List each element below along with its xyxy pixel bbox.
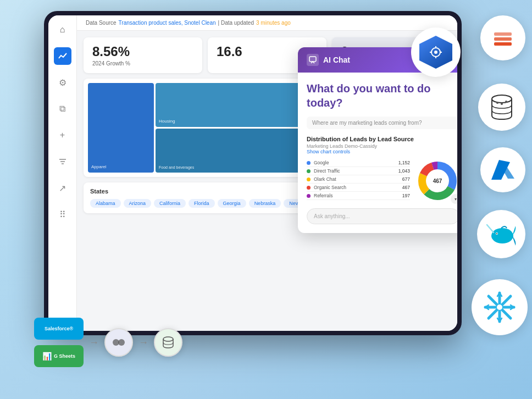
state-tag-georgia[interactable]: Georgia: [218, 199, 246, 208]
svg-rect-16: [494, 42, 512, 46]
sidebar: ⌂ ⚙ ⧉ + ↗ ⠿: [48, 15, 77, 331]
ai-chat-header-icon: [307, 54, 319, 66]
chart-link[interactable]: Show chart controls: [307, 149, 457, 154]
state-tag-california[interactable]: California: [154, 199, 186, 208]
ask-input[interactable]: Ask anything...: [307, 208, 457, 224]
state-tag-alabama[interactable]: Alabama: [90, 199, 121, 208]
database-node: [154, 328, 182, 357]
ai-chat-question: What do you want to do today?: [307, 81, 457, 110]
value-direct: 1,043: [398, 168, 410, 174]
azure-float-icon: [480, 147, 525, 192]
svg-point-33: [163, 337, 173, 341]
svg-point-19: [492, 95, 512, 103]
narwhal-float-icon: [477, 210, 525, 258]
svg-rect-17: [494, 37, 512, 41]
main-content: Data Source Transaction product sales, S…: [77, 15, 457, 331]
value-referral: 197: [402, 193, 410, 198]
sidebar-icon-filter[interactable]: [54, 153, 71, 170]
state-tag-florida[interactable]: Florida: [189, 199, 215, 208]
separator: | Data updated: [218, 20, 254, 26]
stack-float-icon: [480, 15, 525, 60]
monitor-screen: ⌂ ⚙ ⧉ + ↗ ⠿ Data Source: [48, 15, 457, 331]
svg-point-20: [496, 102, 498, 104]
top-bar: Data Source Transaction product sales, S…: [77, 15, 457, 31]
sidebar-icon-arrow[interactable]: ↗: [54, 179, 71, 197]
svg-point-30: [497, 304, 502, 310]
ai-chat-prompt: Where are my marketing leads coming from…: [307, 117, 457, 129]
last-updated: 3 minutes ago: [256, 20, 291, 26]
sidebar-icon-settings[interactable]: ⚙: [54, 74, 71, 91]
dot-organic: [307, 186, 311, 190]
monitor: ⌂ ⚙ ⧉ + ↗ ⠿ Data Source: [44, 11, 462, 335]
svg-point-22: [505, 101, 507, 103]
arrow-2: →: [138, 337, 148, 348]
svg-point-11: [434, 51, 437, 54]
chart-subtitle: Marketing Leads Demo-Cassidy: [307, 143, 457, 149]
svg-rect-3: [309, 57, 316, 62]
donut-chart: 467 ▾: [415, 159, 457, 203]
arrow-1: →: [89, 337, 99, 348]
donut-center-value: 467: [433, 178, 442, 184]
metric-card-growth: 8.56% 2024 Growth %: [84, 37, 202, 73]
google-cloud-float-icon: [411, 27, 461, 77]
dashboard-area: 8.56% 2024 Growth % 16.6 6 Apparel Housi…: [77, 31, 457, 331]
workflow-sources: Salesforce® 📊 G Sheets: [34, 318, 84, 367]
sidebar-icon-grid[interactable]: ⠿: [54, 206, 71, 223]
data-source-label: Data Source: [86, 20, 117, 26]
metric-label-growth: 2024 Growth %: [92, 60, 193, 66]
sidebar-icon-chart[interactable]: [54, 47, 71, 65]
source-salesforce: Salesforce®: [34, 318, 84, 340]
workflow: Salesforce® 📊 G Sheets → →: [34, 318, 182, 367]
donut-down-button[interactable]: ▾: [451, 194, 457, 204]
treemap-cell-apparel: Apparel: [88, 83, 154, 173]
database-float-icon: [478, 84, 525, 131]
value-organic: 467: [402, 185, 410, 190]
chart-row-direct: Direct Traffic 1,043: [307, 167, 410, 175]
label-referral: Referrals: [314, 193, 399, 198]
chart-section: Distribution of Leads by Lead Source Mar…: [307, 136, 457, 203]
label-google: Google: [314, 160, 395, 165]
state-tag-arizona[interactable]: Arizona: [124, 199, 152, 208]
sidebar-icon-home[interactable]: ⌂: [54, 21, 71, 38]
label-direct: Direct Traffic: [314, 168, 395, 174]
metric-value-growth: 8.56%: [92, 44, 193, 59]
sidebar-icon-copy[interactable]: ⧉: [54, 100, 71, 118]
sheets-text: G Sheets: [54, 353, 75, 359]
sidebar-icon-add[interactable]: +: [54, 126, 71, 144]
dot-direct: [307, 169, 311, 173]
chart-row-organic: Organic Search 467: [307, 184, 410, 192]
treemap-cell-housing: Housing: [156, 83, 300, 127]
value-olark: 677: [402, 176, 410, 182]
ai-chat-title: AI Chat: [323, 56, 350, 64]
chart-content: Google 1,152 Direct Traffic 1,043: [307, 159, 457, 203]
merge-node: [104, 328, 133, 357]
value-google: 1,152: [398, 160, 410, 165]
salesforce-label: Salesforce®: [45, 326, 73, 331]
chart-row-referral: Referrals 197: [307, 192, 410, 200]
label-organic: Organic Search: [314, 185, 399, 190]
chart-row-google: Google 1,152: [307, 159, 410, 167]
svg-point-32: [118, 339, 125, 346]
chart-row-olark: Olark Chat 677: [307, 175, 410, 184]
svg-point-25: [496, 233, 497, 234]
snowflake-float-icon: [472, 279, 528, 335]
chart-table: Google 1,152 Direct Traffic 1,043: [307, 159, 410, 203]
label-olark: Olark Chat: [314, 176, 399, 182]
ai-chat-body: What do you want to do today? Where are …: [298, 73, 457, 233]
dot-referral: [307, 194, 311, 198]
state-tag-nebraska[interactable]: Nebraska: [249, 199, 281, 208]
data-source-links[interactable]: Transaction product sales, Snotel Clean: [119, 20, 216, 26]
hexagon-shape: [419, 36, 452, 69]
chart-title: Distribution of Leads by Lead Source: [307, 136, 457, 142]
source-sheets: 📊 G Sheets: [34, 345, 84, 367]
svg-rect-18: [494, 32, 512, 36]
dot-olark: [307, 178, 311, 181]
svg-point-23: [491, 228, 513, 243]
sheets-label: 📊: [42, 352, 52, 361]
dot-google: [307, 161, 311, 165]
svg-point-21: [501, 103, 503, 105]
treemap-cell-food: Food and beverages: [156, 129, 300, 173]
